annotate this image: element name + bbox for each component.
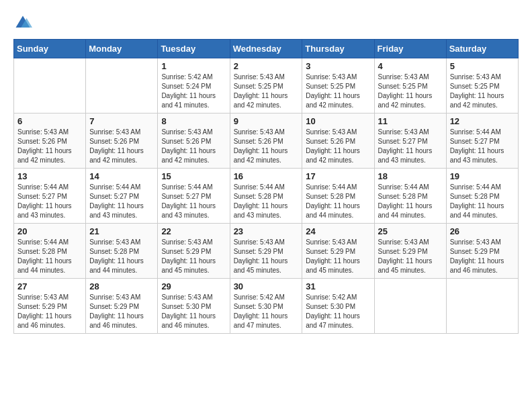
day-number: 9 (234, 116, 299, 126)
day-info: Sunrise: 5:44 AMSunset: 5:27 PMDaylight:… (89, 183, 154, 220)
day-number: 22 (161, 226, 226, 236)
sunrise-text: Sunrise: 5:43 AM (234, 238, 285, 246)
daylight-text: Daylight: 11 hours and 45 minutes. (161, 257, 216, 274)
day-number: 1 (161, 61, 226, 71)
sunrise-text: Sunrise: 5:44 AM (161, 183, 212, 191)
sunset-text: Sunset: 5:28 PM (378, 193, 428, 200)
day-info: Sunrise: 5:42 AMSunset: 5:30 PMDaylight:… (306, 293, 370, 330)
sunset-text: Sunset: 5:27 PM (161, 193, 211, 200)
calendar-cell: 8Sunrise: 5:43 AMSunset: 5:26 PMDaylight… (158, 113, 230, 169)
daylight-text: Daylight: 11 hours and 46 minutes. (450, 257, 504, 274)
week-row-4: 20Sunrise: 5:44 AMSunset: 5:28 PMDayligh… (14, 224, 519, 279)
sunset-text: Sunset: 5:29 PM (450, 248, 500, 255)
calendar-cell: 31Sunrise: 5:42 AMSunset: 5:30 PMDayligh… (302, 279, 374, 334)
sunset-text: Sunset: 5:29 PM (378, 248, 428, 255)
sunrise-text: Sunrise: 5:44 AM (450, 128, 501, 136)
calendar-cell (86, 58, 158, 113)
day-number: 23 (234, 226, 299, 236)
week-row-5: 27Sunrise: 5:43 AMSunset: 5:29 PMDayligh… (14, 279, 519, 334)
day-info: Sunrise: 5:43 AMSunset: 5:28 PMDaylight:… (89, 238, 154, 275)
day-number: 7 (89, 116, 154, 126)
day-info: Sunrise: 5:44 AMSunset: 5:28 PMDaylight:… (306, 183, 370, 220)
day-info: Sunrise: 5:43 AMSunset: 5:29 PMDaylight:… (234, 238, 299, 275)
sunrise-text: Sunrise: 5:44 AM (89, 183, 140, 191)
day-number: 8 (161, 116, 226, 126)
sunrise-text: Sunrise: 5:43 AM (450, 238, 501, 246)
calendar-cell: 6Sunrise: 5:43 AMSunset: 5:26 PMDaylight… (14, 113, 86, 169)
calendar-cell (446, 279, 518, 334)
calendar-cell: 7Sunrise: 5:43 AMSunset: 5:26 PMDaylight… (86, 113, 158, 169)
sunset-text: Sunset: 5:28 PM (17, 248, 67, 255)
daylight-text: Daylight: 11 hours and 43 minutes. (161, 202, 216, 219)
sunrise-text: Sunrise: 5:44 AM (450, 183, 501, 191)
calendar-cell: 23Sunrise: 5:43 AMSunset: 5:29 PMDayligh… (230, 224, 302, 279)
day-number: 29 (161, 281, 226, 291)
calendar-cell: 25Sunrise: 5:43 AMSunset: 5:29 PMDayligh… (374, 224, 446, 279)
day-number: 3 (306, 61, 370, 71)
sunset-text: Sunset: 5:30 PM (161, 303, 211, 310)
day-info: Sunrise: 5:43 AMSunset: 5:29 PMDaylight:… (161, 238, 226, 275)
sunset-text: Sunset: 5:26 PM (17, 138, 67, 145)
daylight-text: Daylight: 11 hours and 46 minutes. (17, 312, 72, 329)
day-number: 11 (378, 116, 443, 126)
day-info: Sunrise: 5:44 AMSunset: 5:28 PMDaylight:… (234, 183, 299, 220)
day-number: 14 (89, 171, 154, 181)
week-row-3: 13Sunrise: 5:44 AMSunset: 5:27 PMDayligh… (14, 169, 519, 224)
calendar-cell: 21Sunrise: 5:43 AMSunset: 5:28 PMDayligh… (86, 224, 158, 279)
sunrise-text: Sunrise: 5:44 AM (234, 183, 285, 191)
daylight-text: Daylight: 11 hours and 42 minutes. (450, 92, 504, 109)
daylight-text: Daylight: 11 hours and 46 minutes. (161, 312, 216, 329)
calendar-cell: 13Sunrise: 5:44 AMSunset: 5:27 PMDayligh… (14, 169, 86, 224)
day-info: Sunrise: 5:43 AMSunset: 5:26 PMDaylight:… (161, 128, 226, 165)
day-number: 26 (450, 226, 515, 236)
sunset-text: Sunset: 5:25 PM (378, 83, 428, 90)
calendar-table: SundayMondayTuesdayWednesdayThursdayFrid… (13, 39, 519, 334)
sunrise-text: Sunrise: 5:43 AM (89, 238, 140, 246)
sunrise-text: Sunrise: 5:44 AM (306, 183, 357, 191)
daylight-text: Daylight: 11 hours and 41 minutes. (161, 92, 216, 109)
day-number: 20 (17, 226, 82, 236)
daylight-text: Daylight: 11 hours and 42 minutes. (89, 147, 144, 164)
sunset-text: Sunset: 5:26 PM (234, 138, 283, 145)
sunrise-text: Sunrise: 5:43 AM (161, 293, 212, 301)
day-info: Sunrise: 5:43 AMSunset: 5:29 PMDaylight:… (378, 238, 443, 275)
sunset-text: Sunset: 5:29 PM (306, 248, 355, 255)
day-number: 28 (89, 281, 154, 291)
sunrise-text: Sunrise: 5:43 AM (234, 128, 285, 136)
daylight-text: Daylight: 11 hours and 44 minutes. (89, 257, 144, 274)
day-number: 17 (306, 171, 370, 181)
calendar-cell: 17Sunrise: 5:44 AMSunset: 5:28 PMDayligh… (302, 169, 374, 224)
sunrise-text: Sunrise: 5:42 AM (306, 293, 357, 301)
daylight-text: Daylight: 11 hours and 43 minutes. (450, 147, 504, 164)
sunset-text: Sunset: 5:29 PM (234, 248, 283, 255)
calendar-cell: 22Sunrise: 5:43 AMSunset: 5:29 PMDayligh… (158, 224, 230, 279)
day-info: Sunrise: 5:43 AMSunset: 5:25 PMDaylight:… (450, 73, 515, 110)
logo (13, 13, 35, 32)
calendar-cell: 18Sunrise: 5:44 AMSunset: 5:28 PMDayligh… (374, 169, 446, 224)
calendar-cell: 12Sunrise: 5:44 AMSunset: 5:27 PMDayligh… (446, 113, 518, 169)
daylight-text: Daylight: 11 hours and 42 minutes. (234, 92, 288, 109)
sunrise-text: Sunrise: 5:43 AM (306, 128, 357, 136)
sunrise-text: Sunrise: 5:43 AM (378, 128, 429, 136)
day-number: 16 (234, 171, 299, 181)
daylight-text: Daylight: 11 hours and 42 minutes. (378, 92, 433, 109)
weekday-header-wednesday: Wednesday (230, 40, 302, 58)
sunset-text: Sunset: 5:28 PM (89, 248, 139, 255)
sunrise-text: Sunrise: 5:43 AM (306, 238, 357, 246)
sunrise-text: Sunrise: 5:43 AM (17, 128, 69, 136)
day-info: Sunrise: 5:44 AMSunset: 5:28 PMDaylight:… (17, 238, 82, 275)
daylight-text: Daylight: 11 hours and 44 minutes. (450, 202, 504, 219)
weekday-header-monday: Monday (86, 40, 158, 58)
calendar-cell: 2Sunrise: 5:43 AMSunset: 5:25 PMDaylight… (230, 58, 302, 113)
calendar-cell: 1Sunrise: 5:42 AMSunset: 5:24 PMDaylight… (158, 58, 230, 113)
day-number: 6 (17, 116, 82, 126)
weekday-header-row: SundayMondayTuesdayWednesdayThursdayFrid… (14, 40, 519, 58)
day-info: Sunrise: 5:42 AMSunset: 5:30 PMDaylight:… (234, 293, 299, 330)
day-info: Sunrise: 5:43 AMSunset: 5:26 PMDaylight:… (306, 128, 370, 165)
day-number: 5 (450, 61, 515, 71)
sunset-text: Sunset: 5:26 PM (89, 138, 139, 145)
sunrise-text: Sunrise: 5:43 AM (378, 73, 429, 81)
sunrise-text: Sunrise: 5:44 AM (17, 238, 69, 246)
sunrise-text: Sunrise: 5:43 AM (234, 73, 285, 81)
day-info: Sunrise: 5:43 AMSunset: 5:29 PMDaylight:… (89, 293, 154, 330)
